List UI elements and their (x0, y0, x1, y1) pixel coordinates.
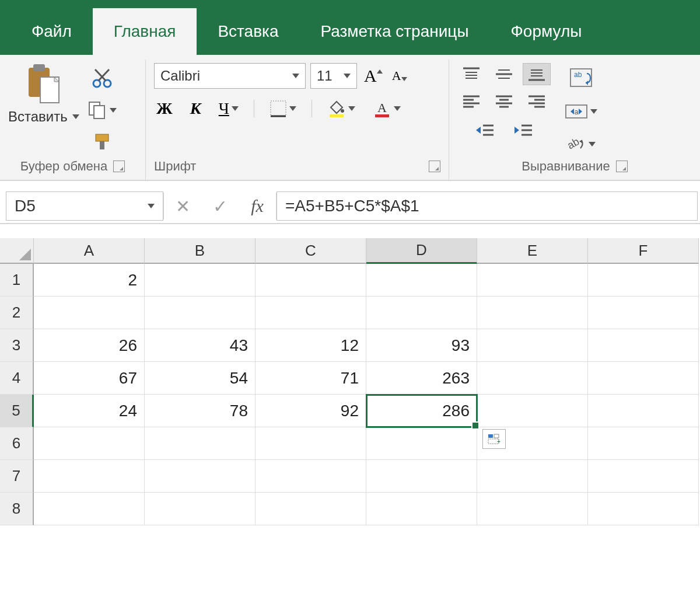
orientation-button[interactable]: ab (564, 133, 598, 155)
cell-D5[interactable]: 286+ (366, 395, 477, 427)
font-size-combo[interactable]: 11 (310, 63, 357, 89)
column-header-D[interactable]: D (366, 238, 477, 264)
increase-indent-button[interactable] (509, 119, 537, 141)
cell-C5[interactable]: 92 (256, 395, 366, 427)
row-header-3[interactable]: 3 (0, 329, 34, 362)
cell-B4[interactable]: 54 (145, 362, 256, 395)
select-all-corner[interactable] (0, 238, 34, 264)
alignment-dialog-launcher[interactable] (616, 161, 628, 172)
cell-D7[interactable] (366, 460, 477, 493)
cell-C1[interactable] (256, 264, 366, 297)
cell-D4[interactable]: 263 (366, 362, 477, 395)
format-painter-button[interactable] (90, 130, 114, 154)
paste-button[interactable]: Вставить (8, 63, 79, 125)
cell-F8[interactable] (588, 493, 699, 525)
cell-E3[interactable] (477, 329, 588, 362)
cell-F3[interactable] (588, 329, 699, 362)
fill-color-button[interactable] (325, 97, 358, 120)
cell-A2[interactable] (34, 297, 145, 329)
cell-D3[interactable]: 93 (366, 329, 477, 362)
cell-C2[interactable] (256, 297, 366, 329)
row-header-8[interactable]: 8 (0, 493, 34, 525)
autofill-options-button[interactable]: + (482, 429, 506, 449)
cell-A5[interactable]: 24 (34, 395, 145, 427)
row-header-7[interactable]: 7 (0, 460, 34, 493)
tab-insert[interactable]: Вставка (197, 8, 299, 55)
cell-F6[interactable] (588, 427, 699, 460)
align-bottom-button[interactable] (523, 63, 551, 85)
italic-button[interactable]: К (188, 97, 204, 120)
bold-button[interactable]: Ж (154, 97, 175, 120)
font-color-button[interactable]: A (370, 97, 403, 120)
tab-home[interactable]: Главная (93, 8, 197, 55)
cell-A6[interactable] (34, 427, 145, 460)
font-name-combo[interactable]: Calibri (154, 63, 306, 89)
font-dialog-launcher[interactable] (429, 161, 440, 172)
merge-center-button[interactable]: a (562, 100, 600, 123)
row-header-1[interactable]: 1 (0, 264, 34, 297)
cell-D1[interactable] (366, 264, 477, 297)
cell-B2[interactable] (145, 297, 256, 329)
align-center-button[interactable] (490, 90, 518, 112)
cell-B1[interactable] (145, 264, 256, 297)
insert-function-button[interactable]: fx (239, 189, 276, 223)
wrap-text-button[interactable]: ab (567, 65, 595, 90)
tab-formulas[interactable]: Формулы (490, 8, 603, 55)
align-top-button[interactable] (457, 63, 485, 85)
tab-page-layout[interactable]: Разметка страницы (300, 8, 490, 55)
cell-B5[interactable]: 78 (145, 395, 256, 427)
cell-F1[interactable] (588, 264, 699, 297)
formula-input[interactable]: =A5+B5+C5*$A$1 (276, 191, 698, 221)
column-header-B[interactable]: B (145, 238, 256, 264)
name-box[interactable]: D5 (6, 191, 163, 221)
cell-E7[interactable] (477, 460, 588, 493)
align-middle-button[interactable] (490, 63, 518, 85)
column-header-C[interactable]: C (256, 238, 366, 264)
cell-F5[interactable] (588, 395, 699, 427)
cell-B6[interactable] (145, 427, 256, 460)
cell-F2[interactable] (588, 297, 699, 329)
cell-E2[interactable] (477, 297, 588, 329)
cell-E5[interactable] (477, 395, 588, 427)
column-header-A[interactable]: A (34, 238, 145, 264)
copy-button[interactable] (85, 98, 119, 123)
cell-A7[interactable] (34, 460, 145, 493)
column-header-F[interactable]: F (588, 238, 699, 264)
align-right-button[interactable] (523, 90, 551, 112)
borders-button[interactable] (267, 97, 299, 120)
align-left-button[interactable] (457, 90, 485, 112)
cell-F7[interactable] (588, 460, 699, 493)
cell-B3[interactable]: 43 (145, 329, 256, 362)
clipboard-dialog-launcher[interactable] (113, 161, 125, 172)
underline-button[interactable]: Ч (216, 97, 241, 120)
cell-A4[interactable]: 67 (34, 362, 145, 395)
cell-A8[interactable] (34, 493, 145, 525)
cell-B7[interactable] (145, 460, 256, 493)
cell-C8[interactable] (256, 493, 366, 525)
cell-D2[interactable] (366, 297, 477, 329)
formula-enter-button[interactable]: ✓ (201, 189, 239, 223)
row-header-2[interactable]: 2 (0, 297, 34, 329)
cell-A3[interactable]: 26 (34, 329, 145, 362)
row-header-5[interactable]: 5 (0, 395, 34, 427)
cell-E4[interactable] (477, 362, 588, 395)
cell-E1[interactable] (477, 264, 588, 297)
cell-C7[interactable] (256, 460, 366, 493)
formula-cancel-button[interactable]: ✕ (164, 189, 201, 223)
cell-F4[interactable] (588, 362, 699, 395)
cell-D8[interactable] (366, 493, 477, 525)
row-header-4[interactable]: 4 (0, 362, 34, 395)
cell-B8[interactable] (145, 493, 256, 525)
decrease-indent-button[interactable] (471, 119, 499, 141)
cell-C6[interactable] (256, 427, 366, 460)
row-header-6[interactable]: 6 (0, 427, 34, 460)
cell-E8[interactable] (477, 493, 588, 525)
column-header-E[interactable]: E (477, 238, 588, 264)
increase-font-button[interactable]: A (362, 64, 385, 88)
cell-C4[interactable]: 71 (256, 362, 366, 395)
tab-file[interactable]: Файл (10, 8, 93, 55)
cut-button[interactable] (89, 65, 115, 91)
cell-D6[interactable] (366, 427, 477, 460)
decrease-font-button[interactable]: A (390, 66, 410, 86)
cell-C3[interactable]: 12 (256, 329, 366, 362)
